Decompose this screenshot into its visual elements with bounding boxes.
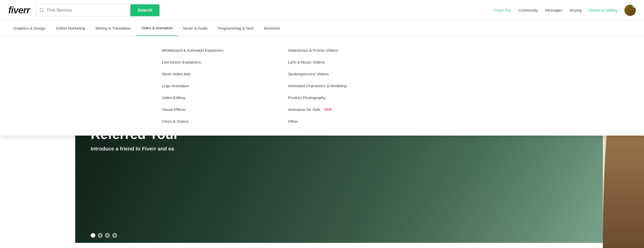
dropdown-slideshows[interactable]: Slideshows & Promo Videos <box>288 45 394 56</box>
dropdown-columns: Whiteboard & Animated Explainers Live Ac… <box>162 45 394 127</box>
dropdown-intros-outros[interactable]: Intros & Outros <box>162 116 267 127</box>
dropdown-whiteboard[interactable]: Whiteboard & Animated Explainers <box>162 45 267 56</box>
search-button[interactable]: Search <box>130 4 159 16</box>
dropdown-animation-kids[interactable]: Animation for Kids NEW <box>288 104 394 116</box>
dot-4[interactable] <box>112 233 117 238</box>
dropdown-lyric-music[interactable]: Lyric & Music Videos <box>288 56 394 68</box>
cat-marketing[interactable]: Online Marketing <box>51 21 90 36</box>
dropdown-col2: Slideshows & Promo Videos Lyric & Music … <box>288 45 394 127</box>
buying-link[interactable]: Buying <box>570 8 582 12</box>
search-input[interactable] <box>47 8 130 13</box>
dropdown-product-photo[interactable]: Product Photography <box>288 92 394 104</box>
video-dropdown: Whiteboard & Animated Explainers Live Ac… <box>0 36 644 136</box>
dot-1[interactable] <box>91 233 95 238</box>
hero-dots <box>91 233 117 238</box>
category-nav: Graphics & Design Online Marketing Writi… <box>0 21 644 36</box>
community-link[interactable]: Community <box>518 8 538 12</box>
dropdown-col1: Whiteboard & Animated Explainers Live Ac… <box>162 45 267 127</box>
dropdown-spokespersons[interactable]: Spokespersons Videos <box>288 68 394 80</box>
dropdown-live-action[interactable]: Live Action Explainers <box>162 56 267 68</box>
new-badge: NEW <box>324 108 332 111</box>
avatar-badge <box>633 5 636 8</box>
svg-line-1 <box>43 11 44 12</box>
cat-graphics[interactable]: Graphics & Design <box>8 21 51 36</box>
logo[interactable]: fiverr <box>8 5 30 16</box>
dropdown-logo-animation[interactable]: Logo Animation <box>162 80 267 92</box>
svg-point-0 <box>40 8 43 12</box>
search-icon <box>36 8 47 13</box>
dot-2[interactable] <box>98 233 103 238</box>
avatar[interactable] <box>624 5 636 16</box>
hero-subtitle: Introduce a friend to Fiverr and ea <box>91 146 179 152</box>
cat-music[interactable]: Music & Audio <box>178 21 213 36</box>
cat-video[interactable]: Video & Animation <box>136 21 178 36</box>
search-bar: Search <box>36 4 160 16</box>
dropdown-visual-effects[interactable]: Visual Effects <box>162 104 267 116</box>
dropdown-short-video[interactable]: Short Video Ads <box>162 68 267 80</box>
dot-3[interactable] <box>105 233 110 238</box>
switch-selling-link[interactable]: Switch to Selling <box>589 8 617 12</box>
cat-writing[interactable]: Writing & Translation <box>90 21 136 36</box>
cat-programming[interactable]: Programming & Tech <box>213 21 259 36</box>
dropdown-animated-chars[interactable]: Animated Characters & Modeling <box>288 80 394 92</box>
dropdown-video-editing[interactable]: Video Editing <box>162 92 267 104</box>
dropdown-other[interactable]: Other <box>288 116 394 127</box>
header: fiverr Search Fiverr Pro Community Messa… <box>0 0 644 21</box>
fiverr-pro-link[interactable]: Fiverr Pro <box>494 8 511 12</box>
header-nav: Fiverr Pro Community Messages Buying Swi… <box>494 5 636 16</box>
messages-link[interactable]: Messages <box>545 8 563 12</box>
cat-business[interactable]: Business <box>259 21 285 36</box>
